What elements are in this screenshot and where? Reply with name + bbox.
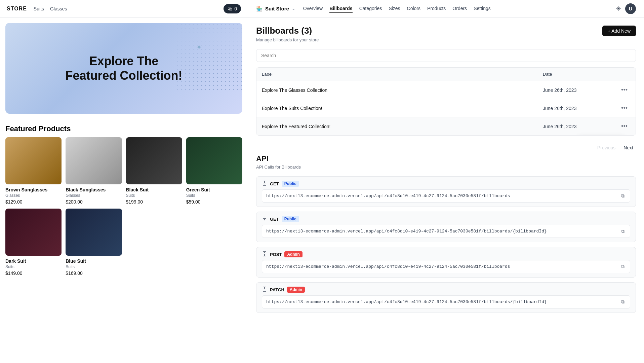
- chevron-icon: ⌄: [292, 6, 295, 11]
- api-section: API API Calls for Billboards 🗄 GET Publi…: [256, 154, 636, 313]
- store-nav: STORE Suits Glasses 🛍 0: [0, 0, 248, 17]
- api-url: https://next13-ecommerce-admin.vercel.ap…: [266, 193, 617, 198]
- product-name: Black Suit: [126, 187, 182, 192]
- cart-icon: 🛍: [228, 6, 232, 11]
- method-label: PATCH: [270, 287, 284, 292]
- store-icon: 🏪: [256, 6, 263, 12]
- page-header: Billboards (3) Manage billboards for you…: [256, 26, 636, 42]
- product-category: Suits: [5, 264, 62, 269]
- copy-url-button[interactable]: ⧉: [620, 263, 626, 270]
- product-price: $200.00: [66, 199, 122, 205]
- product-image: [5, 209, 62, 256]
- table-row: Explore The Glasses Collection June 26th…: [256, 81, 636, 99]
- cell-label: Explore The Glasses Collection: [262, 87, 543, 93]
- more-actions-button[interactable]: •••: [618, 86, 630, 94]
- table-body: Explore The Glasses Collection June 26th…: [256, 81, 636, 135]
- product-image: [66, 137, 122, 184]
- cell-label: Explore The Featured Collection!: [262, 124, 543, 129]
- store-logo: STORE: [7, 6, 27, 12]
- next-page-button[interactable]: Next: [621, 144, 636, 152]
- badge: Admin: [287, 287, 305, 293]
- product-price: $59.00: [186, 199, 242, 205]
- admin-panel: 🏪 Suit Store ⌄ OverviewBillboardsCategor…: [248, 0, 644, 363]
- product-name: Black Sunglasses: [66, 187, 122, 192]
- product-card[interactable]: Black Sunglasses Glasses $200.00: [66, 137, 122, 205]
- cart-button[interactable]: 🛍 0: [224, 4, 241, 13]
- api-row-top: 🗄 PATCH Admin: [262, 287, 630, 293]
- page-title: Billboards (3): [256, 26, 319, 36]
- nav-suits[interactable]: Suits: [34, 6, 44, 11]
- cart-count: 0: [234, 6, 237, 11]
- nav-item-billboards[interactable]: Billboards: [329, 4, 352, 13]
- copy-url-button[interactable]: ⧉: [620, 228, 626, 235]
- product-card[interactable]: Black Suit Suits $199.00: [126, 137, 182, 205]
- admin-header-actions: ☀ U: [616, 3, 636, 14]
- product-image: [186, 137, 242, 184]
- db-icon: 🗄: [262, 287, 267, 293]
- product-name: Blue Suit: [66, 258, 122, 264]
- product-category: Suits: [186, 193, 242, 198]
- hero-text: Explore TheFeatured Collection!: [65, 54, 182, 83]
- product-name: Brown Sunglasses: [5, 187, 62, 192]
- nav-item-orders[interactable]: Orders: [452, 4, 467, 13]
- product-name: Green Suit: [186, 187, 242, 192]
- db-icon: 🗄: [262, 251, 267, 257]
- cell-actions: •••: [610, 104, 630, 112]
- product-category: Glasses: [5, 193, 62, 198]
- nav-item-settings[interactable]: Settings: [474, 4, 491, 13]
- pagination: Previous Next: [256, 144, 636, 152]
- more-actions-button[interactable]: •••: [618, 104, 630, 112]
- nav-item-products[interactable]: Products: [427, 4, 446, 13]
- avatar[interactable]: U: [625, 3, 636, 14]
- product-card[interactable]: Blue Suit Suits $169.00: [66, 209, 122, 276]
- prev-page-button[interactable]: Previous: [595, 144, 618, 152]
- more-actions-button[interactable]: •••: [618, 122, 630, 131]
- product-card[interactable]: Dark Suit Suits $149.00: [5, 209, 62, 276]
- method-label: GET: [270, 181, 279, 186]
- nav-item-overview[interactable]: Overview: [303, 4, 323, 13]
- hero-star-decoration: ✦: [196, 43, 202, 52]
- api-rows: 🗄 GET Public https://next13-ecommerce-ad…: [256, 176, 636, 313]
- db-icon: 🗄: [262, 181, 267, 187]
- store-panel: STORE Suits Glasses 🛍 0 ✦ Explore TheFea…: [0, 0, 248, 363]
- table-header: Label Date: [256, 68, 636, 81]
- add-new-button[interactable]: + Add New: [602, 26, 636, 36]
- api-row: 🗄 GET Public https://next13-ecommerce-ad…: [256, 212, 636, 242]
- product-category: Suits: [66, 264, 122, 269]
- product-image: [66, 209, 122, 256]
- api-row-top: 🗄 GET Public: [262, 181, 630, 187]
- copy-url-button[interactable]: ⧉: [620, 192, 626, 199]
- nav-item-colors[interactable]: Colors: [407, 4, 420, 13]
- method-label: GET: [270, 217, 279, 222]
- api-url: https://next13-ecommerce-admin.vercel.ap…: [266, 264, 617, 269]
- api-url-container: https://next13-ecommerce-admin.vercel.ap…: [262, 260, 630, 273]
- search-input[interactable]: [256, 49, 636, 62]
- badge: Public: [282, 181, 299, 187]
- nav-glasses[interactable]: Glasses: [50, 6, 67, 11]
- product-price: $199.00: [126, 199, 182, 205]
- product-category: Glasses: [66, 193, 122, 198]
- col-date: Date: [543, 72, 610, 77]
- product-image: [126, 137, 182, 184]
- badge: Admin: [284, 251, 302, 257]
- copy-url-button[interactable]: ⧉: [620, 298, 626, 305]
- cell-date: June 26th, 2023: [543, 87, 610, 93]
- admin-content: Billboards (3) Manage billboards for you…: [248, 17, 644, 326]
- nav-item-sizes[interactable]: Sizes: [389, 4, 400, 13]
- table-row: Explore The Featured Collection! June 26…: [256, 117, 636, 135]
- col-label: Label: [262, 72, 543, 77]
- product-card[interactable]: Green Suit Suits $59.00: [186, 137, 242, 205]
- col-actions: [610, 72, 630, 77]
- store-name-link[interactable]: 🏪 Suit Store ⌄: [256, 6, 295, 12]
- billboards-table: Label Date Explore The Glasses Collectio…: [256, 67, 636, 136]
- db-icon: 🗄: [262, 216, 267, 222]
- cell-actions: ••• Actions ⧉ Copy Id ✎ Update 🗑 Delete: [610, 122, 630, 131]
- theme-toggle-icon[interactable]: ☀: [616, 5, 621, 12]
- product-name: Dark Suit: [5, 258, 62, 264]
- product-card[interactable]: Brown Sunglasses Glasses $129.00: [5, 137, 62, 205]
- nav-item-categories[interactable]: Categories: [359, 4, 382, 13]
- api-subtitle: API Calls for Billboards: [256, 165, 636, 170]
- api-row: 🗄 PATCH Admin https://next13-ecommerce-a…: [256, 282, 636, 313]
- api-title: API: [256, 154, 636, 163]
- product-price: $129.00: [5, 199, 62, 205]
